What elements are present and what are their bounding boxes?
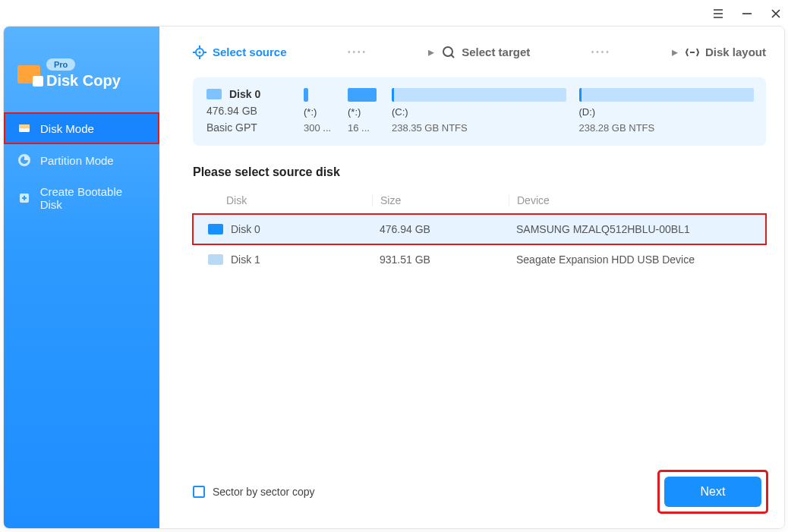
sector-by-sector-checkbox[interactable]: Sector by sector copy <box>193 486 315 498</box>
step-label: Select source <box>213 46 287 58</box>
nav-partition-mode[interactable]: Partition Mode <box>4 144 159 176</box>
disk-row-0[interactable]: Disk 0 476.94 GB SAMSUNG MZALQ512HBLU-00… <box>193 214 766 244</box>
partition-2[interactable]: (C:) 238.35 GB NTFS <box>392 88 566 134</box>
disk-type: Basic GPT <box>206 121 290 134</box>
close-icon[interactable] <box>768 6 783 21</box>
row-disk-size: 476.94 GB <box>372 223 509 235</box>
app-title: Disk Copy <box>46 72 121 90</box>
col-header-disk: Disk <box>205 194 372 206</box>
row-disk-name: Disk 1 <box>231 253 260 266</box>
checkbox-label: Sector by sector copy <box>213 486 315 498</box>
step-separator <box>537 48 664 56</box>
disk-overview-card: Disk 0 476.94 GB Basic GPT (*:) 300 ... … <box>193 77 766 146</box>
source-prompt: Please select source disk <box>193 165 766 179</box>
wizard-steps: Select source ▸ Select target ▸ Disk lay… <box>193 45 766 59</box>
disk-name: Disk 0 <box>229 88 260 100</box>
step-select-source[interactable]: Select source <box>193 46 287 59</box>
next-button[interactable]: Next <box>664 477 761 507</box>
minimize-icon[interactable] <box>739 6 755 21</box>
row-disk-size: 931.51 GB <box>372 253 509 266</box>
bootable-disk-icon <box>17 191 31 205</box>
step-separator <box>295 48 421 56</box>
menu-icon[interactable] <box>711 6 726 21</box>
disk-icon <box>208 254 223 265</box>
step-label: Disk layout <box>705 46 766 58</box>
nav-create-bootable[interactable]: Create Bootable Disk <box>4 176 159 220</box>
main-content: Select source ▸ Select target ▸ Disk lay… <box>159 27 784 528</box>
partition-0[interactable]: (*:) 300 ... <box>304 88 334 134</box>
disk-table-header: Disk Size Device <box>193 187 766 214</box>
disk-icon <box>206 89 222 99</box>
svg-rect-1 <box>19 124 30 128</box>
partition-1[interactable]: (*:) 16 ... <box>348 88 378 134</box>
app-logo-icon <box>17 65 40 83</box>
col-header-size: Size <box>372 194 509 206</box>
app-logo-row: Pro Disk Copy <box>4 58 159 90</box>
step-disk-layout[interactable]: Disk layout <box>686 46 766 59</box>
nav-label: Partition Mode <box>40 154 114 167</box>
step-select-target[interactable]: Select target <box>442 46 530 59</box>
nav-disk-mode[interactable]: Disk Mode <box>4 112 159 144</box>
row-disk-device: SAMSUNG MZALQ512HBLU-00BL1 <box>509 223 754 235</box>
sidebar: Pro Disk Copy Disk Mode Partition Mode C… <box>4 27 159 528</box>
nav-label: Disk Mode <box>40 122 94 135</box>
row-disk-name: Disk 0 <box>231 223 260 235</box>
partition-3[interactable]: (D:) 238.28 GB NTFS <box>579 88 753 134</box>
disk-icon <box>208 224 223 235</box>
edition-badge: Pro <box>46 58 75 71</box>
disk-row-1[interactable]: Disk 1 931.51 GB Seagate Expansion HDD U… <box>193 244 766 275</box>
disk-size: 476.94 GB <box>206 105 290 117</box>
col-header-device: Device <box>509 194 754 206</box>
svg-point-5 <box>198 51 200 53</box>
checkbox-box-icon <box>193 486 205 498</box>
target-icon <box>442 46 455 59</box>
step-label: Select target <box>462 46 530 58</box>
layout-icon <box>686 46 699 59</box>
nav-label: Create Bootable Disk <box>40 185 146 211</box>
next-button-highlight: Next <box>660 472 766 512</box>
disk-mode-icon <box>17 121 31 135</box>
row-disk-device: Seagate Expansion HDD USB Device <box>509 253 754 266</box>
partition-mode-icon <box>17 153 31 167</box>
crosshair-icon <box>193 46 206 59</box>
